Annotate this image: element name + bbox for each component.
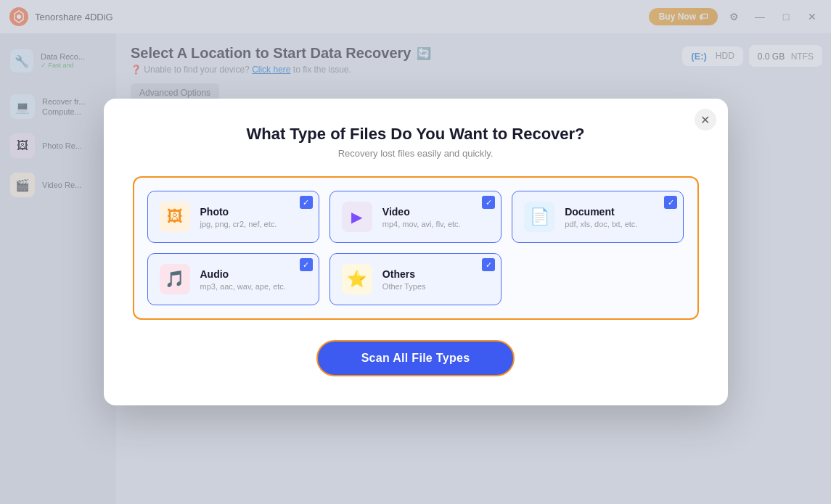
dialog-subtitle: Recovery lost files easily and quickly. bbox=[133, 148, 699, 159]
file-card-audio[interactable]: ✓ 🎵 Audio mp3, aac, wav, ape, etc. bbox=[147, 253, 319, 305]
video-check-icon: ✓ bbox=[482, 196, 495, 209]
file-card-others[interactable]: ✓ ⭐ Others Other Types bbox=[329, 253, 502, 305]
audio-label: Audio bbox=[200, 268, 286, 280]
scan-all-button[interactable]: Scan All File Types bbox=[316, 340, 515, 376]
file-card-video[interactable]: ✓ ▶ Video mp4, mov, avi, flv, etc. bbox=[329, 191, 502, 243]
video-label: Video bbox=[382, 206, 461, 218]
dialog-close-button[interactable]: ✕ bbox=[695, 109, 716, 131]
photo-desc: jpg, png, cr2, nef, etc. bbox=[200, 220, 277, 228]
document-check-icon: ✓ bbox=[664, 196, 677, 209]
file-type-grid-container: ✓ 🖼 Photo jpg, png, cr2, nef, etc. ✓ ▶ V… bbox=[133, 176, 699, 320]
video-icon: ▶ bbox=[342, 202, 372, 232]
others-icon: ⭐ bbox=[342, 264, 372, 294]
photo-icon: 🖼 bbox=[160, 202, 190, 232]
photo-label: Photo bbox=[200, 206, 277, 218]
others-check-icon: ✓ bbox=[482, 258, 495, 271]
document-label: Document bbox=[565, 206, 637, 218]
others-label: Others bbox=[382, 268, 426, 280]
document-icon: 📄 bbox=[524, 202, 554, 232]
file-type-grid-top: ✓ 🖼 Photo jpg, png, cr2, nef, etc. ✓ ▶ V… bbox=[147, 191, 684, 243]
file-card-photo[interactable]: ✓ 🖼 Photo jpg, png, cr2, nef, etc. bbox=[147, 191, 319, 243]
file-type-dialog: ✕ What Type of Files Do You Want to Reco… bbox=[104, 99, 728, 405]
audio-desc: mp3, aac, wav, ape, etc. bbox=[200, 282, 286, 291]
video-desc: mp4, mov, avi, flv, etc. bbox=[382, 220, 461, 228]
audio-icon: 🎵 bbox=[160, 264, 190, 294]
scan-button-wrapper: Scan All File Types bbox=[133, 340, 699, 376]
others-desc: Other Types bbox=[382, 282, 426, 291]
dialog-title: What Type of Files Do You Want to Recove… bbox=[133, 125, 699, 144]
file-card-document[interactable]: ✓ 📄 Document pdf, xls, doc, txt, etc. bbox=[512, 191, 684, 243]
photo-check-icon: ✓ bbox=[300, 196, 313, 209]
file-type-grid-bottom: ✓ 🎵 Audio mp3, aac, wav, ape, etc. ✓ ⭐ O… bbox=[147, 253, 684, 305]
audio-check-icon: ✓ bbox=[300, 258, 313, 271]
document-desc: pdf, xls, doc, txt, etc. bbox=[565, 220, 637, 228]
dialog-overlay: ✕ What Type of Files Do You Want to Reco… bbox=[0, 0, 831, 504]
